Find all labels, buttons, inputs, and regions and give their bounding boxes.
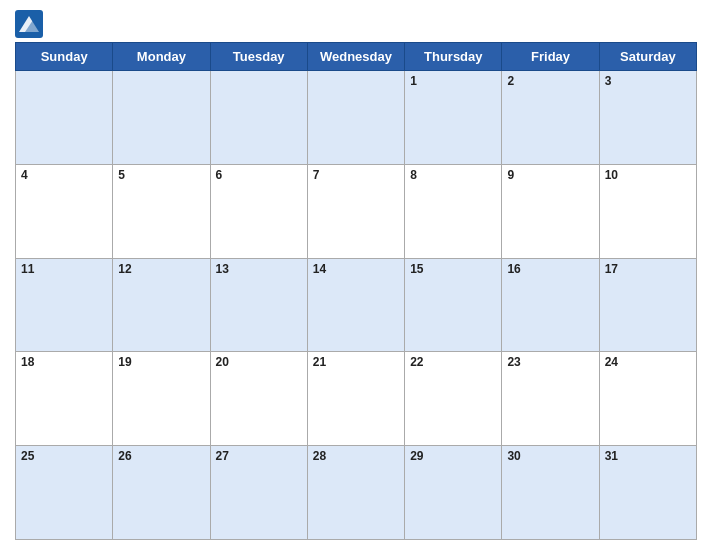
day-number: 9 (507, 168, 514, 182)
day-number: 21 (313, 355, 326, 369)
calendar-day-empty (307, 71, 404, 165)
calendar-day-26: 26 (113, 446, 210, 540)
weekday-header-wednesday: Wednesday (307, 43, 404, 71)
calendar-day-25: 25 (16, 446, 113, 540)
calendar-day-30: 30 (502, 446, 599, 540)
calendar-day-empty (16, 71, 113, 165)
day-number: 25 (21, 449, 34, 463)
day-number: 19 (118, 355, 131, 369)
weekday-header-saturday: Saturday (599, 43, 696, 71)
calendar-table: SundayMondayTuesdayWednesdayThursdayFrid… (15, 42, 697, 540)
day-number: 5 (118, 168, 125, 182)
calendar-day-22: 22 (405, 352, 502, 446)
day-number: 24 (605, 355, 618, 369)
day-number: 28 (313, 449, 326, 463)
calendar-day-28: 28 (307, 446, 404, 540)
day-number: 17 (605, 262, 618, 276)
calendar-day-10: 10 (599, 164, 696, 258)
weekday-header-row: SundayMondayTuesdayWednesdayThursdayFrid… (16, 43, 697, 71)
weekday-header-friday: Friday (502, 43, 599, 71)
day-number: 18 (21, 355, 34, 369)
weekday-header-sunday: Sunday (16, 43, 113, 71)
calendar-day-3: 3 (599, 71, 696, 165)
calendar-day-29: 29 (405, 446, 502, 540)
calendar-day-5: 5 (113, 164, 210, 258)
day-number: 26 (118, 449, 131, 463)
day-number: 15 (410, 262, 423, 276)
calendar-day-23: 23 (502, 352, 599, 446)
day-number: 10 (605, 168, 618, 182)
weekday-header-thursday: Thursday (405, 43, 502, 71)
calendar-day-9: 9 (502, 164, 599, 258)
day-number: 22 (410, 355, 423, 369)
day-number: 14 (313, 262, 326, 276)
calendar-day-17: 17 (599, 258, 696, 352)
day-number: 29 (410, 449, 423, 463)
day-number: 13 (216, 262, 229, 276)
calendar-day-4: 4 (16, 164, 113, 258)
calendar-week-row: 123 (16, 71, 697, 165)
calendar-day-empty (210, 71, 307, 165)
calendar-week-row: 11121314151617 (16, 258, 697, 352)
calendar-day-8: 8 (405, 164, 502, 258)
calendar-day-empty (113, 71, 210, 165)
day-number: 30 (507, 449, 520, 463)
calendar-day-2: 2 (502, 71, 599, 165)
calendar-day-1: 1 (405, 71, 502, 165)
calendar-day-14: 14 (307, 258, 404, 352)
day-number: 7 (313, 168, 320, 182)
logo-icon (15, 10, 43, 38)
calendar-day-12: 12 (113, 258, 210, 352)
day-number: 4 (21, 168, 28, 182)
calendar-day-16: 16 (502, 258, 599, 352)
day-number: 2 (507, 74, 514, 88)
calendar-week-row: 45678910 (16, 164, 697, 258)
day-number: 31 (605, 449, 618, 463)
day-number: 16 (507, 262, 520, 276)
calendar-day-7: 7 (307, 164, 404, 258)
calendar-day-19: 19 (113, 352, 210, 446)
logo (15, 10, 47, 38)
day-number: 20 (216, 355, 229, 369)
weekday-header-tuesday: Tuesday (210, 43, 307, 71)
calendar-week-row: 18192021222324 (16, 352, 697, 446)
day-number: 27 (216, 449, 229, 463)
calendar-day-27: 27 (210, 446, 307, 540)
calendar-day-18: 18 (16, 352, 113, 446)
day-number: 11 (21, 262, 34, 276)
weekday-header-monday: Monday (113, 43, 210, 71)
day-number: 6 (216, 168, 223, 182)
day-number: 3 (605, 74, 612, 88)
calendar-day-13: 13 (210, 258, 307, 352)
day-number: 8 (410, 168, 417, 182)
calendar-day-20: 20 (210, 352, 307, 446)
calendar-header (15, 10, 697, 38)
calendar-day-6: 6 (210, 164, 307, 258)
calendar-day-24: 24 (599, 352, 696, 446)
day-number: 1 (410, 74, 417, 88)
calendar-day-31: 31 (599, 446, 696, 540)
day-number: 12 (118, 262, 131, 276)
day-number: 23 (507, 355, 520, 369)
calendar-day-15: 15 (405, 258, 502, 352)
calendar-day-11: 11 (16, 258, 113, 352)
calendar-day-21: 21 (307, 352, 404, 446)
calendar-week-row: 25262728293031 (16, 446, 697, 540)
